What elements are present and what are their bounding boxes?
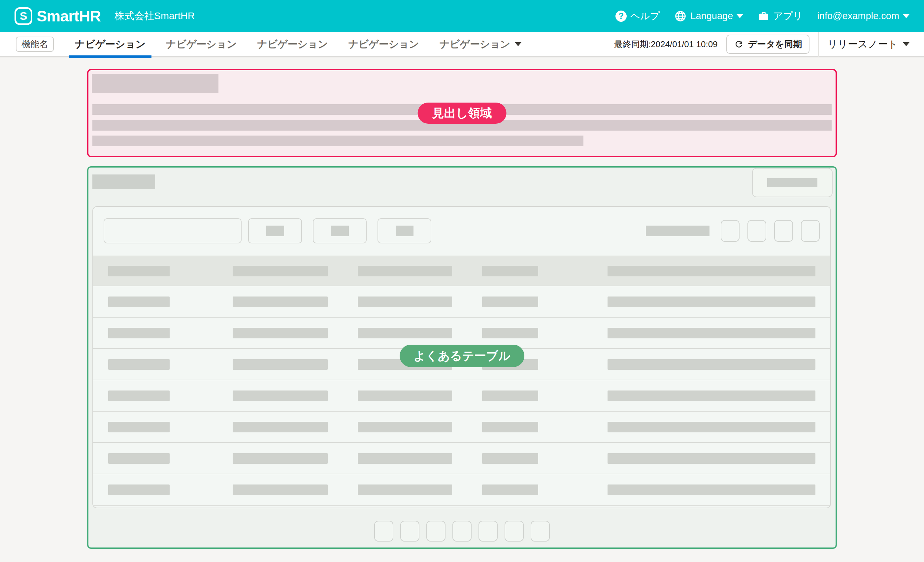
- table-area-section: よくあるテーブル: [87, 166, 837, 549]
- table-row: [93, 318, 830, 349]
- pagination-button[interactable]: [374, 521, 393, 541]
- cell-placeholder: [108, 484, 170, 495]
- filter-button[interactable]: [248, 218, 302, 244]
- table-row: [93, 412, 830, 443]
- language-menu[interactable]: Language: [674, 10, 743, 22]
- vertical-divider: [818, 32, 819, 57]
- apps-label: アプリ: [773, 10, 802, 23]
- cell-placeholder: [108, 453, 170, 464]
- pagination-button[interactable]: [478, 521, 498, 541]
- cell-placeholder: [608, 328, 815, 338]
- cell-placeholder: [232, 390, 328, 401]
- briefcase-icon: [758, 10, 770, 22]
- table-toolbar: [93, 207, 830, 256]
- heading-area-badge: 見出し領域: [418, 103, 507, 124]
- cell-placeholder: [108, 359, 170, 370]
- nav-tab-5[interactable]: ナビゲーション: [434, 32, 527, 57]
- help-link[interactable]: ? ヘルプ: [615, 10, 660, 23]
- table-body: [93, 286, 830, 505]
- pagination: [88, 521, 836, 541]
- table-icon-button[interactable]: [721, 220, 740, 242]
- result-count-placeholder: [646, 226, 710, 236]
- column-header-placeholder: [482, 266, 538, 277]
- smarthr-logo[interactable]: S SmartHR: [15, 7, 100, 25]
- cell-placeholder: [108, 328, 170, 338]
- column-header-placeholder: [608, 266, 815, 277]
- cell-placeholder: [358, 390, 452, 401]
- pagination-button[interactable]: [452, 521, 472, 541]
- pagination-button[interactable]: [426, 521, 446, 541]
- nav-right-area: 最終同期:2024/01/01 10:09 データを同期 リリースノート: [614, 32, 909, 57]
- button-label-placeholder: [396, 226, 414, 236]
- column-header-placeholder: [232, 266, 328, 277]
- last-sync-status: 最終同期:2024/01/01 10:09: [614, 39, 718, 50]
- cell-placeholder: [232, 484, 328, 495]
- globe-icon: [674, 10, 687, 22]
- cell-placeholder: [482, 328, 538, 338]
- nav-tab-label: ナビゲーション: [348, 37, 419, 51]
- nav-tab-label: ナビゲーション: [166, 37, 237, 51]
- filter-button[interactable]: [313, 218, 367, 244]
- nav-tab-4[interactable]: ナビゲーション: [342, 32, 425, 57]
- nav-tab-label: ナビゲーション: [440, 37, 510, 51]
- table-icon-button[interactable]: [774, 220, 793, 242]
- help-label: ヘルプ: [630, 10, 660, 23]
- cell-placeholder: [232, 453, 328, 464]
- nav-tab-2[interactable]: ナビゲーション: [160, 32, 243, 57]
- release-notes-label: リリースノート: [827, 37, 898, 51]
- cell-placeholder: [108, 422, 170, 432]
- apps-menu[interactable]: アプリ: [758, 10, 802, 23]
- button-label-placeholder: [331, 226, 349, 236]
- cell-placeholder: [608, 484, 815, 495]
- section-action-button[interactable]: [752, 168, 832, 197]
- nav-tab-1[interactable]: ナビゲーション: [69, 32, 152, 57]
- sync-button-label: データを同期: [748, 38, 802, 50]
- chevron-down-icon: [903, 42, 909, 46]
- cell-placeholder: [608, 296, 815, 307]
- sync-data-button[interactable]: データを同期: [726, 34, 810, 54]
- nav-tab-3[interactable]: ナビゲーション: [251, 32, 334, 57]
- language-label: Language: [690, 10, 733, 21]
- table-row: [93, 443, 830, 474]
- heading-text-line-placeholder: [92, 136, 584, 146]
- help-icon: ?: [615, 10, 627, 22]
- chevron-down-icon: [515, 42, 521, 46]
- cell-placeholder: [608, 453, 815, 464]
- account-menu[interactable]: info@example.com: [817, 10, 909, 21]
- pagination-button[interactable]: [400, 521, 419, 541]
- button-label-placeholder: [266, 226, 284, 236]
- table-header-row: [93, 256, 830, 286]
- account-email: info@example.com: [817, 10, 899, 21]
- logo-mark-letter: S: [20, 10, 27, 22]
- logo-text: SmartHR: [37, 7, 100, 25]
- pagination-button[interactable]: [505, 521, 524, 541]
- cell-placeholder: [358, 422, 452, 432]
- cell-placeholder: [358, 296, 452, 307]
- app-header: S SmartHR 株式会社SmartHR ? ヘルプ Language アプリ: [0, 0, 924, 32]
- pagination-button[interactable]: [531, 521, 550, 541]
- feature-name-chip: 機能名: [16, 37, 54, 52]
- cell-placeholder: [482, 484, 538, 495]
- chevron-down-icon: [903, 14, 909, 18]
- icon-button-group: [721, 220, 820, 242]
- cell-placeholder: [482, 390, 538, 401]
- cell-placeholder: [608, 390, 815, 401]
- cell-placeholder: [358, 328, 452, 338]
- button-label-placeholder: [767, 178, 818, 187]
- chevron-down-icon: [736, 14, 743, 18]
- cell-placeholder: [232, 359, 328, 370]
- filter-button-group: [248, 218, 431, 244]
- table-icon-button[interactable]: [801, 220, 820, 242]
- smarthr-logo-icon: S: [15, 7, 32, 25]
- release-notes-menu[interactable]: リリースノート: [827, 37, 909, 51]
- section-title-placeholder: [92, 175, 155, 189]
- cell-placeholder: [482, 422, 538, 432]
- cell-placeholder: [608, 422, 815, 432]
- header-actions: ? ヘルプ Language アプリ info@example.com: [615, 10, 909, 23]
- table-icon-button[interactable]: [747, 220, 766, 242]
- column-header-placeholder: [358, 266, 452, 277]
- column-header-placeholder: [108, 266, 170, 277]
- refresh-icon: [734, 39, 744, 49]
- search-input[interactable]: [104, 218, 242, 244]
- filter-button[interactable]: [378, 218, 431, 244]
